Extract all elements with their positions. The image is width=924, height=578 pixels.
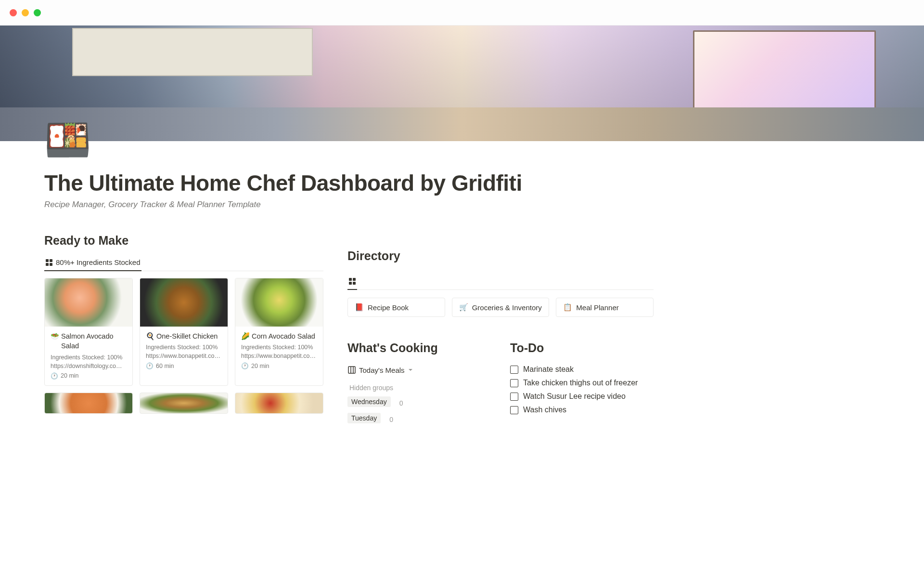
todays-meals-view[interactable]: Today's Meals [347,363,491,377]
chevron-down-icon [408,367,413,373]
svg-rect-4 [349,278,352,281]
day-count: 0 [389,416,393,423]
todo-text: Marinate steak [523,365,574,374]
recipe-time: 20 min [251,363,270,369]
recipe-title: Salmon Avocado Salad [61,331,127,351]
clock-icon: 🕐 [51,372,58,380]
day-pill: Wednesday [347,396,391,407]
recipe-stocked: Ingredients Stocked: 100% [146,344,222,351]
directory-card-meal-planner[interactable]: 📋 Meal Planner [556,298,654,317]
clock-icon: 🕐 [241,362,249,369]
recipe-card[interactable]: 🥗 Salmon Avocado Salad Ingredients Stock… [44,278,133,386]
recipe-image [235,278,323,327]
todo-text: Watch Susur Lee recipe video [523,392,626,401]
gallery-icon [348,277,356,285]
todo-text: Wash chives [523,406,566,414]
svg-rect-7 [353,282,356,285]
recipe-url: https://downshiftology.com/reci [51,363,127,369]
recipe-gallery-row2 [44,393,323,414]
recipe-title: One-Skillet Chicken [156,331,218,341]
directory-card-recipe-book[interactable]: 📕 Recipe Book [347,298,445,317]
clock-icon: 🕐 [146,362,154,369]
board-icon [347,366,356,374]
svg-rect-3 [50,263,52,266]
directory-card-groceries[interactable]: 🛒 Groceries & Inventory [452,298,550,317]
window-maximize-button[interactable] [34,9,41,16]
card-emoji: 📋 [563,303,572,312]
todo-item[interactable]: Watch Susur Lee recipe video [510,390,654,403]
day-count: 0 [399,399,403,407]
window-chrome [0,0,924,26]
recipe-url: https://www.bonappetit.com/co [241,353,317,359]
window-minimize-button[interactable] [22,9,29,16]
card-label: Groceries & Inventory [472,303,542,312]
checkbox[interactable] [510,366,518,374]
recipe-time: 60 min [156,363,174,369]
recipe-stocked: Ingredients Stocked: 100% [51,354,127,361]
page-icon[interactable]: 🍱 [44,118,91,162]
recipe-card[interactable] [140,393,228,414]
recipe-card[interactable] [44,393,133,414]
todo-item[interactable]: Wash chives [510,403,654,417]
directory-tabs [347,271,654,290]
window-close-button[interactable] [10,9,17,16]
recipe-emoji: 🌽 [241,331,250,341]
recipe-card[interactable]: 🌽 Corn Avocado Salad Ingredients Stocked… [235,278,323,386]
card-label: Meal Planner [576,303,618,312]
directory-cards: 📕 Recipe Book 🛒 Groceries & Inventory 📋 … [347,298,654,317]
card-emoji: 🛒 [459,303,468,312]
todo-item[interactable]: Marinate steak [510,363,654,376]
hidden-groups-label: Hidden groups [347,384,491,392]
svg-rect-6 [349,282,352,285]
directory-heading: Directory [347,249,654,263]
page-subtitle[interactable]: Recipe Manager, Grocery Tracker & Meal P… [44,200,654,210]
checkbox[interactable] [510,393,518,401]
ready-view-tabs: 80%+ Ingredients Stocked [44,255,323,271]
card-emoji: 📕 [355,303,364,312]
todo-item[interactable]: Take chicken thighs out of freezer [510,376,654,390]
tab-gallery[interactable] [347,276,357,290]
recipe-emoji: 🥗 [51,331,59,341]
gallery-icon [45,259,53,266]
recipe-title: Corn Avocado Salad [252,331,315,341]
checkbox[interactable] [510,379,518,387]
svg-rect-5 [353,278,356,281]
todo-heading: To-Do [510,341,654,355]
svg-rect-2 [46,263,49,266]
checkbox[interactable] [510,406,518,414]
todo-text: Take chicken thighs out of freezer [523,379,638,387]
recipe-stocked: Ingredients Stocked: 100% [241,344,317,351]
view-label: Today's Meals [359,366,405,374]
svg-rect-8 [348,367,355,373]
cover-image[interactable] [0,26,924,141]
day-group-row[interactable]: Wednesday 0 [347,396,491,410]
whats-cooking-heading: What's Cooking [347,341,491,355]
recipe-gallery: 🥗 Salmon Avocado Salad Ingredients Stock… [44,278,323,386]
recipe-image [45,278,132,327]
page-title[interactable]: The Ultimate Home Chef Dashboard by Grid… [44,170,654,196]
ready-to-make-heading: Ready to Make [44,234,323,248]
card-label: Recipe Book [368,303,409,312]
day-pill: Tuesday [347,413,381,423]
recipe-card[interactable] [235,393,323,414]
recipe-image [140,278,228,327]
recipe-card[interactable]: 🍳 One-Skillet Chicken Ingredients Stocke… [140,278,228,386]
svg-rect-1 [50,259,52,262]
tab-80-percent-stocked[interactable]: 80%+ Ingredients Stocked [44,255,141,271]
recipe-emoji: 🍳 [146,331,154,341]
tab-label: 80%+ Ingredients Stocked [56,258,141,266]
recipe-time: 20 min [61,372,79,379]
recipe-url: https://www.bonappetit.com/rec [146,353,222,359]
svg-rect-0 [46,259,49,262]
day-group-row[interactable]: Tuesday 0 [347,413,491,426]
